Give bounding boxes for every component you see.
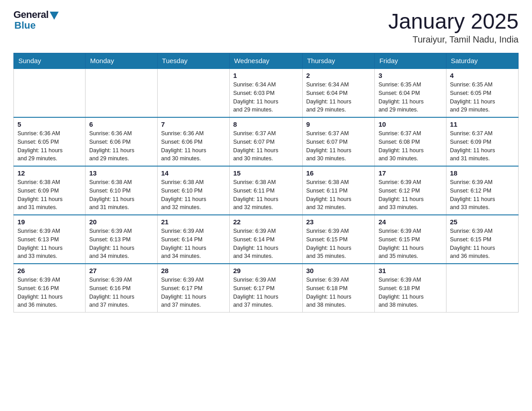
cell-day-number: 2 bbox=[306, 72, 371, 79]
calendar-cell: 17Sunrise: 6:39 AMSunset: 6:12 PMDayligh… bbox=[375, 166, 446, 215]
cell-info-text: Sunrise: 6:37 AMSunset: 6:07 PMDaylight:… bbox=[306, 129, 371, 163]
calendar-cell bbox=[157, 68, 229, 117]
calendar-cell bbox=[86, 68, 158, 117]
cell-day-number: 5 bbox=[17, 120, 82, 128]
cell-day-number: 26 bbox=[17, 267, 82, 274]
main-title: January 2025 bbox=[388, 9, 519, 34]
cell-info-text: Sunrise: 6:38 AMSunset: 6:10 PMDaylight:… bbox=[161, 178, 226, 212]
cell-info-text: Sunrise: 6:37 AMSunset: 6:09 PMDaylight:… bbox=[450, 129, 515, 163]
cell-day-number: 30 bbox=[306, 267, 371, 274]
calendar-cell: 13Sunrise: 6:38 AMSunset: 6:10 PMDayligh… bbox=[86, 166, 158, 215]
cell-info-text: Sunrise: 6:38 AMSunset: 6:09 PMDaylight:… bbox=[17, 178, 82, 212]
calendar-cell: 30Sunrise: 6:39 AMSunset: 6:18 PMDayligh… bbox=[302, 264, 374, 313]
cell-info-text: Sunrise: 6:34 AMSunset: 6:04 PMDaylight:… bbox=[306, 81, 371, 114]
cell-day-number: 22 bbox=[233, 218, 299, 226]
cell-day-number: 25 bbox=[450, 218, 515, 226]
calendar-cell: 26Sunrise: 6:39 AMSunset: 6:16 PMDayligh… bbox=[14, 264, 86, 313]
cell-info-text: Sunrise: 6:39 AMSunset: 6:15 PMDaylight:… bbox=[450, 227, 515, 261]
cell-info-text: Sunrise: 6:39 AMSunset: 6:13 PMDaylight:… bbox=[17, 227, 82, 261]
subtitle: Turaiyur, Tamil Nadu, India bbox=[388, 34, 519, 45]
calendar-cell: 1Sunrise: 6:34 AMSunset: 6:03 PMDaylight… bbox=[229, 68, 302, 117]
cell-info-text: Sunrise: 6:36 AMSunset: 6:06 PMDaylight:… bbox=[89, 129, 154, 163]
cell-day-number: 20 bbox=[89, 218, 154, 226]
calendar-cell: 20Sunrise: 6:39 AMSunset: 6:13 PMDayligh… bbox=[86, 215, 158, 264]
cell-info-text: Sunrise: 6:35 AMSunset: 6:04 PMDaylight:… bbox=[378, 81, 442, 114]
calendar-cell: 8Sunrise: 6:37 AMSunset: 6:07 PMDaylight… bbox=[229, 117, 302, 166]
cell-day-number: 14 bbox=[161, 169, 226, 177]
cell-day-number: 18 bbox=[450, 169, 515, 177]
calendar-cell: 10Sunrise: 6:37 AMSunset: 6:08 PMDayligh… bbox=[375, 117, 446, 166]
column-header-thursday: Thursday bbox=[302, 53, 374, 69]
cell-info-text: Sunrise: 6:39 AMSunset: 6:18 PMDaylight:… bbox=[378, 276, 442, 309]
cell-info-text: Sunrise: 6:38 AMSunset: 6:11 PMDaylight:… bbox=[306, 178, 371, 212]
cell-info-text: Sunrise: 6:39 AMSunset: 6:12 PMDaylight:… bbox=[450, 178, 515, 212]
calendar-cell: 5Sunrise: 6:36 AMSunset: 6:05 PMDaylight… bbox=[14, 117, 86, 166]
cell-info-text: Sunrise: 6:39 AMSunset: 6:13 PMDaylight:… bbox=[89, 227, 154, 261]
cell-day-number: 7 bbox=[161, 120, 226, 128]
calendar-cell: 25Sunrise: 6:39 AMSunset: 6:15 PMDayligh… bbox=[446, 215, 518, 264]
calendar-cell: 16Sunrise: 6:38 AMSunset: 6:11 PMDayligh… bbox=[302, 166, 374, 215]
cell-info-text: Sunrise: 6:35 AMSunset: 6:05 PMDaylight:… bbox=[450, 81, 515, 114]
column-header-wednesday: Wednesday bbox=[229, 53, 302, 69]
calendar-cell: 28Sunrise: 6:39 AMSunset: 6:17 PMDayligh… bbox=[157, 264, 229, 313]
cell-day-number: 24 bbox=[378, 218, 442, 226]
cell-day-number: 12 bbox=[17, 169, 82, 177]
cell-info-text: Sunrise: 6:38 AMSunset: 6:10 PMDaylight:… bbox=[89, 178, 154, 212]
cell-info-text: Sunrise: 6:37 AMSunset: 6:07 PMDaylight:… bbox=[233, 129, 299, 163]
cell-info-text: Sunrise: 6:39 AMSunset: 6:14 PMDaylight:… bbox=[233, 227, 299, 261]
cell-day-number: 27 bbox=[89, 267, 154, 274]
cell-info-text: Sunrise: 6:39 AMSunset: 6:15 PMDaylight:… bbox=[378, 227, 442, 261]
calendar-header-row: SundayMondayTuesdayWednesdayThursdayFrid… bbox=[14, 53, 519, 69]
cell-info-text: Sunrise: 6:34 AMSunset: 6:03 PMDaylight:… bbox=[233, 81, 299, 114]
calendar-cell: 15Sunrise: 6:38 AMSunset: 6:11 PMDayligh… bbox=[229, 166, 302, 215]
calendar-cell: 14Sunrise: 6:38 AMSunset: 6:10 PMDayligh… bbox=[157, 166, 229, 215]
column-header-sunday: Sunday bbox=[14, 53, 86, 69]
cell-info-text: Sunrise: 6:36 AMSunset: 6:05 PMDaylight:… bbox=[17, 129, 82, 163]
cell-day-number: 6 bbox=[89, 120, 154, 128]
cell-day-number: 13 bbox=[89, 169, 154, 177]
calendar-table: SundayMondayTuesdayWednesdayThursdayFrid… bbox=[13, 53, 519, 313]
cell-day-number: 9 bbox=[306, 120, 371, 128]
column-header-friday: Friday bbox=[375, 53, 446, 69]
calendar-cell: 7Sunrise: 6:36 AMSunset: 6:06 PMDaylight… bbox=[157, 117, 229, 166]
cell-day-number: 19 bbox=[17, 218, 82, 226]
calendar-cell: 29Sunrise: 6:39 AMSunset: 6:17 PMDayligh… bbox=[229, 264, 302, 313]
calendar-cell: 21Sunrise: 6:39 AMSunset: 6:14 PMDayligh… bbox=[157, 215, 229, 264]
calendar-cell: 6Sunrise: 6:36 AMSunset: 6:06 PMDaylight… bbox=[86, 117, 158, 166]
cell-day-number: 23 bbox=[306, 218, 371, 226]
calendar-cell: 4Sunrise: 6:35 AMSunset: 6:05 PMDaylight… bbox=[446, 68, 518, 117]
column-header-saturday: Saturday bbox=[446, 53, 518, 69]
cell-info-text: Sunrise: 6:39 AMSunset: 6:18 PMDaylight:… bbox=[306, 276, 371, 309]
calendar-week-2: 5Sunrise: 6:36 AMSunset: 6:05 PMDaylight… bbox=[14, 117, 519, 166]
logo-blue-text: Blue bbox=[14, 20, 36, 31]
cell-info-text: Sunrise: 6:39 AMSunset: 6:12 PMDaylight:… bbox=[378, 178, 442, 212]
calendar-cell: 19Sunrise: 6:39 AMSunset: 6:13 PMDayligh… bbox=[14, 215, 86, 264]
logo-triangle-icon bbox=[50, 12, 59, 20]
cell-info-text: Sunrise: 6:38 AMSunset: 6:11 PMDaylight:… bbox=[233, 178, 299, 212]
calendar-cell: 24Sunrise: 6:39 AMSunset: 6:15 PMDayligh… bbox=[375, 215, 446, 264]
cell-info-text: Sunrise: 6:39 AMSunset: 6:14 PMDaylight:… bbox=[161, 227, 226, 261]
cell-day-number: 28 bbox=[161, 267, 226, 274]
calendar-cell: 18Sunrise: 6:39 AMSunset: 6:12 PMDayligh… bbox=[446, 166, 518, 215]
calendar-cell bbox=[446, 264, 518, 313]
cell-day-number: 29 bbox=[233, 267, 299, 274]
page-header: General Blue January 2025 Turaiyur, Tami… bbox=[13, 9, 519, 45]
calendar-week-5: 26Sunrise: 6:39 AMSunset: 6:16 PMDayligh… bbox=[14, 264, 519, 313]
calendar-cell: 12Sunrise: 6:38 AMSunset: 6:09 PMDayligh… bbox=[14, 166, 86, 215]
cell-day-number: 21 bbox=[161, 218, 226, 226]
cell-info-text: Sunrise: 6:39 AMSunset: 6:16 PMDaylight:… bbox=[17, 276, 82, 309]
cell-day-number: 17 bbox=[378, 169, 442, 177]
calendar-week-1: 1Sunrise: 6:34 AMSunset: 6:03 PMDaylight… bbox=[14, 68, 519, 117]
cell-day-number: 3 bbox=[378, 72, 442, 79]
calendar-week-3: 12Sunrise: 6:38 AMSunset: 6:09 PMDayligh… bbox=[14, 166, 519, 215]
calendar-body: 1Sunrise: 6:34 AMSunset: 6:03 PMDaylight… bbox=[14, 68, 519, 313]
cell-info-text: Sunrise: 6:36 AMSunset: 6:06 PMDaylight:… bbox=[161, 129, 226, 163]
calendar-week-4: 19Sunrise: 6:39 AMSunset: 6:13 PMDayligh… bbox=[14, 215, 519, 264]
cell-info-text: Sunrise: 6:39 AMSunset: 6:16 PMDaylight:… bbox=[89, 276, 154, 309]
logo: General Blue bbox=[13, 9, 59, 31]
cell-day-number: 10 bbox=[378, 120, 442, 128]
calendar-cell: 23Sunrise: 6:39 AMSunset: 6:15 PMDayligh… bbox=[302, 215, 374, 264]
cell-day-number: 11 bbox=[450, 120, 515, 128]
cell-day-number: 8 bbox=[233, 120, 299, 128]
calendar-cell: 2Sunrise: 6:34 AMSunset: 6:04 PMDaylight… bbox=[302, 68, 374, 117]
